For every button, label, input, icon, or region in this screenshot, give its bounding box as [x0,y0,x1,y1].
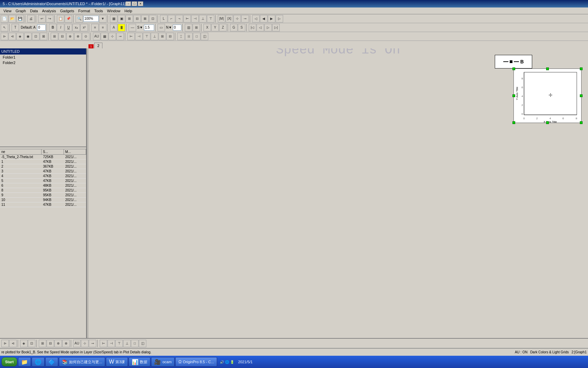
gt12[interactable]: AU [93,33,100,40]
close-button[interactable]: ✕ [138,1,143,6]
scale-btn3[interactable]: ⊹ [233,15,241,22]
layer-btn7[interactable]: ⊤ [207,15,214,22]
graph-btn3[interactable]: ⊞ [126,15,133,22]
gt17[interactable]: ⊣ [135,33,143,40]
gt25[interactable]: ◫ [201,33,208,40]
file-row[interactable]: 8 95KB 2021/... [0,188,86,193]
inset-handle-bc[interactable] [546,121,549,124]
cursor-btn[interactable]: ↖ [1,24,8,31]
gt6[interactable]: ⊠ [40,33,47,40]
menu-gadgets[interactable]: Gadgets [58,8,76,14]
inset-handle-mr[interactable] [580,94,583,97]
bt9[interactable]: AU [73,340,81,347]
menu-view[interactable]: View [1,8,14,14]
nav-btn1[interactable]: ◁ [252,15,260,22]
scale-btn2[interactable]: |X| [226,15,233,22]
bold-btn[interactable]: B [49,24,56,31]
taskbar-app-data[interactable]: 📊 数据 [129,357,150,367]
open-btn[interactable]: 📂 [9,15,16,22]
gt14[interactable]: ⊹ [109,33,116,40]
inset-handle-bl[interactable] [512,121,515,124]
inset-handle-tl[interactable] [512,67,515,70]
nav-btn2[interactable]: ◀ [260,15,267,22]
taskbar-app-tutorial[interactable]: 📚 如何自己建立与更... [59,357,105,367]
bt12[interactable]: ⊢ [100,340,107,347]
fill-btn[interactable]: ▭ [158,24,165,31]
bt15[interactable]: ⊥ [123,340,131,347]
taskbar-app-origin[interactable]: Ω OriginPro 8.5 - C... [175,357,217,367]
layer-btn6[interactable]: ⊥ [199,15,207,22]
file-row[interactable]: 11 47KB 2021/... [0,202,86,207]
gt16[interactable]: ⊢ [127,33,135,40]
menu-help[interactable]: Help [122,8,134,14]
inset-handle-br[interactable] [580,121,583,124]
font-color-btn[interactable]: A [110,24,117,31]
file-row[interactable]: 2 367KB 2021/... [0,164,86,169]
paste-btn[interactable]: 📌 [65,15,72,22]
bt16[interactable]: □ [131,340,138,347]
inset-graph[interactable]: 0 2 4 6 8 0 2 4 6 8 X Axis Title Y Axis … [513,68,582,123]
gt7[interactable]: ⊞ [51,33,58,40]
file-row[interactable]: 3 47KB 2021/... [0,169,86,174]
gt21[interactable]: ⊟ [166,33,174,40]
layer-btn1[interactable]: L [160,15,167,22]
subscript-btn[interactable]: x₂ [72,24,80,31]
file-row[interactable]: 5 47KB 2021/... [0,179,86,183]
layer-btn5[interactable]: ⊣ [191,15,199,22]
undo-btn[interactable]: ↩ [38,15,46,22]
s-btn[interactable]: S [238,24,245,31]
zoom-dropdown-btn[interactable]: ▼ [99,15,107,22]
bt4[interactable]: ⊡ [28,340,35,347]
bt1[interactable]: ⊳ [1,340,9,347]
underline-btn[interactable]: U [65,24,72,31]
zoom-input[interactable]: 100% [83,16,99,22]
gt10[interactable]: ⊗ [74,33,82,40]
project-folder2[interactable]: Folder2 [0,60,86,65]
layer-btn2[interactable]: ⌐ [168,15,175,22]
taskbar-app-browser[interactable]: 🔷 [45,357,58,367]
gt5[interactable]: ⊡ [32,33,39,40]
gt9[interactable]: ⊕ [66,33,74,40]
nav2-btn1[interactable]: |◁ [249,24,256,31]
redo-btn[interactable]: ↪ [46,15,53,22]
nav-btn4[interactable]: ▷ [276,15,283,22]
menu-tools[interactable]: Tools [92,8,105,14]
nav2-btn4[interactable]: ▷| [272,24,280,31]
minimize-button[interactable]: − [126,1,131,6]
gt23[interactable]: ⌸ [185,33,193,40]
file-row[interactable]: 4 47KB 2021/... [0,174,86,179]
file-row[interactable]: 9 95KB 2021/... [0,193,86,198]
align-left-btn[interactable]: ≡ [91,24,99,31]
maximize-button[interactable]: □ [132,1,137,6]
menu-data[interactable]: Data [28,8,40,14]
gt20[interactable]: ⊞ [159,33,166,40]
gt2[interactable]: ⊲ [9,33,16,40]
file-row[interactable]: 1 47KB 2021/... [0,159,86,164]
gt11[interactable]: ⊙ [82,33,89,40]
gt8[interactable]: ⊟ [59,33,66,40]
pattern-btn[interactable]: ▥ [185,24,192,31]
bt13[interactable]: ⊣ [108,340,115,347]
gt13[interactable]: ▦ [101,33,108,40]
bt10[interactable]: ⊹ [81,340,88,347]
text-mode-btn[interactable]: T [12,24,19,31]
save-btn[interactable]: 💾 [16,15,24,22]
gt18[interactable]: ⊤ [143,33,150,40]
taskbar-app-ocam[interactable]: 🎥 ocam [151,357,175,367]
bt3[interactable]: ◈ [20,340,28,347]
nav-btn3[interactable]: ▶ [268,15,275,22]
bt2[interactable]: ⊲ [9,340,17,347]
line-width-input[interactable] [144,25,154,31]
font-size-input[interactable] [37,25,46,31]
file-row[interactable]: -5_Theta_2-Theta.txt 725KB 2021/... [0,155,86,159]
gt4[interactable]: ◉ [24,33,32,40]
nav2-btn3[interactable]: ▷ [264,24,272,31]
menu-graph[interactable]: Graph [14,8,28,14]
xy-btn[interactable]: X [203,24,211,31]
gt1[interactable]: ⊳ [1,33,8,40]
taskbar-app-word[interactable]: W 第3课 [106,357,128,367]
gt15[interactable]: ⊸ [116,33,124,40]
tab-1[interactable]: 2 [94,43,102,48]
nav2-btn2[interactable]: ◁ [257,24,264,31]
bt7[interactable]: ⊕ [54,340,62,347]
